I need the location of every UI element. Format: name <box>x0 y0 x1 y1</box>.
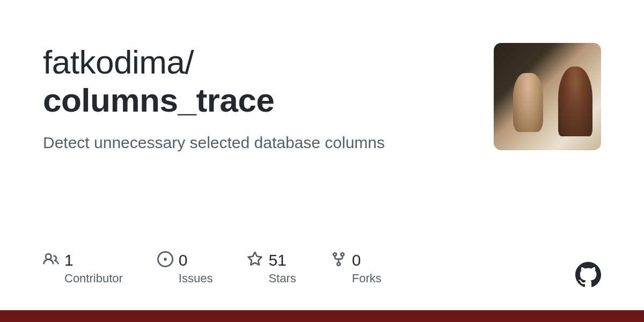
people-icon <box>43 251 59 269</box>
repo-name[interactable]: columns_trace <box>43 82 274 119</box>
github-logo-icon[interactable] <box>575 262 601 288</box>
fork-icon <box>331 251 347 269</box>
stat-stars-label: Stars <box>268 272 296 286</box>
issue-icon <box>157 251 173 269</box>
accent-bar <box>0 310 644 322</box>
repo-owner[interactable]: fatkodima <box>43 43 185 80</box>
stat-contributors[interactable]: 1 Contributor <box>43 251 123 286</box>
stat-issues-label: Issues <box>179 272 213 286</box>
stat-contributors-value: 1 <box>64 251 74 269</box>
avatar[interactable] <box>494 43 601 150</box>
stat-contributors-label: Contributor <box>64 272 123 286</box>
stat-issues-value: 0 <box>179 251 188 269</box>
stat-issues[interactable]: 0 Issues <box>157 251 213 286</box>
repo-separator: / <box>185 43 194 80</box>
stat-forks[interactable]: 0 Forks <box>331 251 382 286</box>
stat-forks-label: Forks <box>352 272 382 286</box>
stats-row: 1 Contributor 0 Issues 51 Stars 0 Forks <box>43 251 382 286</box>
repo-card: fatkodima/ columns_trace Detect unnecess… <box>0 0 644 152</box>
repo-description: Detect unnecessary selected database col… <box>43 134 472 152</box>
stat-forks-value: 0 <box>352 251 361 269</box>
stat-stars-value: 51 <box>268 251 286 269</box>
stat-stars[interactable]: 51 Stars <box>247 251 296 286</box>
star-icon <box>247 251 263 269</box>
repo-text-block: fatkodima/ columns_trace Detect unnecess… <box>43 43 494 152</box>
repo-title: fatkodima/ columns_trace <box>43 43 472 120</box>
